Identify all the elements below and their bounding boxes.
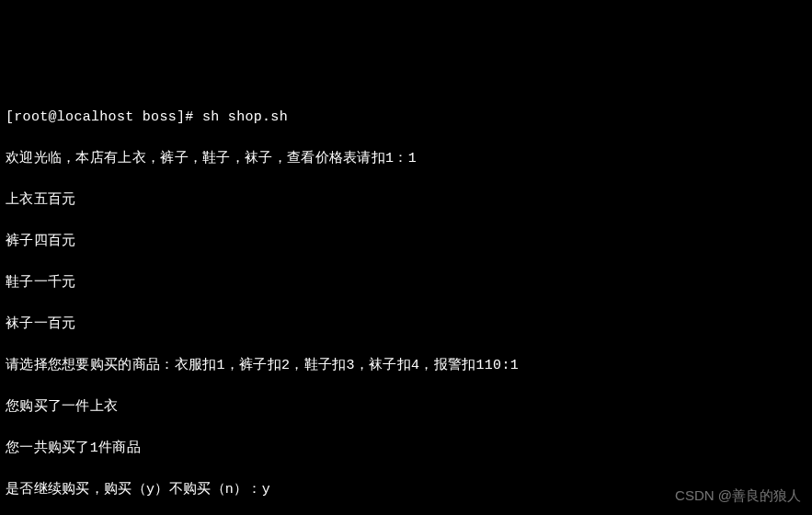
output-line: 上衣五百元 [6, 190, 806, 212]
shell-prompt: [root@localhost boss]# sh shop.sh [6, 108, 806, 129]
output-line: 鞋子一千元 [6, 273, 806, 294]
output-line: 您购买了一件上衣 [6, 397, 806, 418]
watermark-text: CSDN @善良的狼人 [675, 486, 801, 507]
terminal-output: [root@localhost boss]# sh shop.sh 欢迎光临，本… [6, 86, 806, 515]
output-line: 欢迎光临，本店有上衣，裤子，鞋子，袜子，查看价格表请扣1：1 [6, 149, 806, 170]
output-line: 裤子四百元 [6, 232, 806, 253]
output-line: 您一共购买了1件商品 [6, 439, 806, 460]
output-line: 袜子一百元 [6, 315, 806, 336]
output-line: 请选择您想要购买的商品：衣服扣1，裤子扣2，鞋子扣3，袜子扣4，报警扣110:1 [6, 356, 806, 377]
